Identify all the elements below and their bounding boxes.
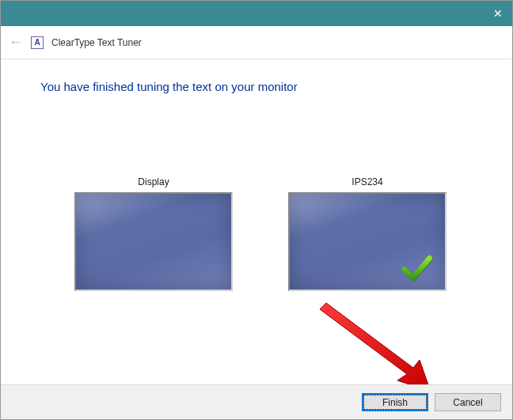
cancel-button[interactable]: Cancel (435, 393, 501, 411)
finish-button[interactable]: Finish (362, 393, 428, 411)
close-icon[interactable]: ✕ (493, 7, 503, 20)
monitor-label: IPS234 (288, 176, 446, 187)
monitor-item: Display (74, 176, 233, 291)
monitor-label: Display (74, 176, 233, 187)
checkmark-icon (399, 250, 434, 285)
monitor-item: IPS234 (288, 176, 446, 291)
back-arrow-icon: ← (9, 34, 23, 51)
monitor-icon (74, 192, 233, 291)
footer: Finish Cancel (1, 384, 512, 419)
page-heading: You have finished tuning the text on you… (40, 80, 481, 93)
header: ← ClearType Text Tuner (1, 26, 512, 59)
monitor-icon (288, 192, 446, 291)
monitor-row: Display IPS234 (40, 176, 481, 291)
app-icon (31, 36, 44, 49)
window-title: ClearType Text Tuner (51, 37, 142, 48)
content-area: You have finished tuning the text on you… (1, 59, 512, 385)
titlebar: ✕ (1, 1, 512, 26)
